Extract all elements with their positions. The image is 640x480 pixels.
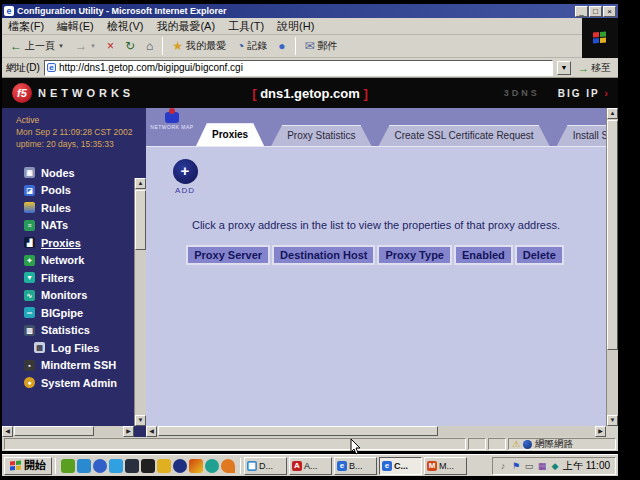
ie-window: e Configuration Utility - Microsoft Inte… [2, 4, 618, 451]
home-icon: ⌂ [146, 40, 153, 52]
address-dropdown-button[interactable]: ▼ [557, 61, 571, 75]
quicklaunch-icon-8[interactable] [173, 459, 187, 473]
menu-favorites[interactable]: 我的最愛(A) [156, 19, 215, 34]
menu-view[interactable]: 檢視(V) [107, 19, 144, 34]
tab-create-ssl-certificate-request[interactable]: Create SSL Certificate Request [379, 125, 550, 146]
task-button-3[interactable]: eB... [334, 457, 377, 475]
scroll-up-icon[interactable]: ▲ [135, 178, 146, 189]
alert-icon: ⚠ [512, 440, 520, 449]
close-button[interactable]: × [603, 6, 616, 17]
sidebar-item-rules[interactable]: Rules [2, 199, 134, 217]
tray-app-icon[interactable]: ▦ [537, 461, 547, 471]
menu-file[interactable]: 檔案(F) [8, 19, 44, 34]
maximize-button[interactable]: □ [589, 6, 602, 17]
add-label: ADD [170, 186, 200, 195]
sidebar-item-monitors[interactable]: ∿Monitors [2, 287, 134, 305]
display-icon[interactable]: ▭ [524, 461, 534, 471]
task-button-2[interactable]: AA... [289, 457, 332, 475]
tray-app-icon-2[interactable]: ◆ [550, 461, 560, 471]
network-map-button[interactable]: NETWORK MAP [150, 110, 194, 144]
menu-help[interactable]: 說明(H) [277, 19, 314, 34]
app-area: Active Mon Sep 2 11:09:28 CST 2002 uptim… [2, 108, 618, 437]
sidebar-item-statistics[interactable]: ▥Statistics [2, 322, 134, 340]
sidebar-item-bigpipe[interactable]: ═BIGpipe [2, 304, 134, 322]
quicklaunch-icon-6[interactable] [141, 459, 155, 473]
scroll-right-icon[interactable]: ▶ [595, 426, 606, 437]
quicklaunch-icon-2[interactable] [77, 459, 91, 473]
menu-tools[interactable]: 工具(T) [228, 19, 264, 34]
task-button-1[interactable]: ▦D... [244, 457, 287, 475]
red-bracket-right: ] [363, 86, 367, 101]
tab-proxy-statistics[interactable]: Proxy Statistics [271, 125, 371, 146]
volume-icon[interactable]: ♪ [498, 461, 508, 471]
task-button-5[interactable]: MM... [424, 457, 467, 475]
quicklaunch-icon-9[interactable] [189, 459, 203, 473]
favorites-button[interactable]: ★ 我的最愛 [168, 37, 230, 56]
sidebar-item-mindterm-ssh[interactable]: ▪Mindterm SSH [2, 357, 134, 375]
sidebar-scroll-thumb[interactable] [135, 190, 146, 250]
system-admin-icon: ● [24, 377, 35, 388]
forward-button[interactable]: → ▼ [71, 37, 100, 56]
instruction-text: Click a proxy address in the list to vie… [146, 219, 606, 231]
scroll-left-icon[interactable]: ◀ [2, 426, 13, 437]
back-button[interactable]: ← 上一頁 ▼ [6, 37, 68, 56]
sidebar-item-log-files[interactable]: ▤Log Files [2, 339, 134, 357]
scroll-right-icon[interactable]: ▶ [123, 426, 134, 437]
product-3dns: 3DNS [504, 88, 540, 98]
add-proxy-button[interactable]: + ADD [170, 159, 200, 195]
quicklaunch-icon-11[interactable] [221, 459, 235, 473]
quicklaunch-icon-1[interactable] [61, 459, 75, 473]
mail-button[interactable]: ✉ 郵件 [301, 37, 342, 56]
navigation-sidebar: Active Mon Sep 2 11:09:28 CST 2002 uptim… [2, 108, 134, 426]
sidebar-horizontal-scrollbar[interactable]: ◀ ▶ [2, 426, 134, 437]
mindterm-ssh-icon: ▪ [24, 360, 35, 371]
scroll-up-icon[interactable]: ▲ [607, 108, 618, 119]
tab-install-ssl-certificate[interactable]: Install SSL Certif [557, 125, 606, 146]
sidebar-hscroll-thumb[interactable] [14, 426, 94, 436]
sidebar-item-system-admin[interactable]: ●System Admin [2, 374, 134, 392]
f5-header: f5 NETWORKS [ dns1.getop.com ] 3DNS BIG … [2, 78, 618, 108]
title-bar[interactable]: e Configuration Utility - Microsoft Inte… [2, 4, 618, 18]
scroll-down-icon[interactable]: ▼ [135, 415, 146, 426]
stop-button[interactable]: × [103, 37, 118, 56]
tab-proxies[interactable]: Proxies [196, 123, 264, 146]
home-button[interactable]: ⌂ [142, 37, 157, 56]
quicklaunch-icon-3[interactable] [93, 459, 107, 473]
quicklaunch-icon-4[interactable] [109, 459, 123, 473]
sidebar-item-network[interactable]: ✦Network [2, 252, 134, 270]
task-button-4-active[interactable]: eC... [379, 457, 422, 475]
refresh-icon: ↻ [125, 40, 135, 52]
media-button[interactable]: ● [274, 37, 289, 56]
proxies-panel: + ADD Click a proxy address in the list … [146, 146, 606, 426]
go-button[interactable]: → 移至 [575, 61, 614, 75]
content-vertical-scrollbar[interactable]: ▲ ▼ [606, 108, 618, 426]
content-scroll-thumb[interactable] [607, 120, 618, 350]
sidebar-item-pools[interactable]: ◪Pools [2, 182, 134, 200]
content-hscroll-thumb[interactable] [158, 426, 438, 436]
status-uptime: uptime: 20 days, 15:35:33 [16, 138, 134, 150]
sidebar-vertical-scrollbar[interactable]: ▲ ▼ [134, 178, 146, 426]
quicklaunch-icon-10[interactable] [205, 459, 219, 473]
toolbar-separator [162, 37, 163, 55]
quicklaunch-icon-7[interactable] [157, 459, 171, 473]
internet-zone-icon [523, 440, 532, 449]
acrobat-icon: A [292, 461, 302, 471]
network-status-icon[interactable]: ⚑ [511, 461, 521, 471]
history-icon: ◔ [237, 40, 244, 52]
menu-edit[interactable]: 編輯(E) [57, 19, 94, 34]
sidebar-item-nodes[interactable]: ▣Nodes [2, 164, 134, 182]
quicklaunch-icon-5[interactable] [125, 459, 139, 473]
status-pane [468, 438, 486, 450]
history-button[interactable]: ◔ 記錄 [233, 37, 271, 56]
refresh-button[interactable]: ↻ [121, 37, 139, 56]
scroll-down-icon[interactable]: ▼ [607, 415, 618, 426]
sidebar-item-proxies[interactable]: ▟Proxies [2, 234, 134, 252]
back-icon: ← [10, 40, 22, 52]
content-horizontal-scrollbar[interactable]: ◀ ▶ [146, 426, 606, 437]
sidebar-item-nats[interactable]: ≡NATs [2, 217, 134, 235]
minimize-button[interactable]: _ [575, 6, 588, 17]
address-input[interactable]: e http://dns1.getop.com/bigipgui/bigconf… [44, 60, 553, 76]
start-button[interactable]: 開始 [4, 457, 52, 475]
scroll-left-icon[interactable]: ◀ [146, 426, 157, 437]
sidebar-item-filters[interactable]: ▼Filters [2, 269, 134, 287]
